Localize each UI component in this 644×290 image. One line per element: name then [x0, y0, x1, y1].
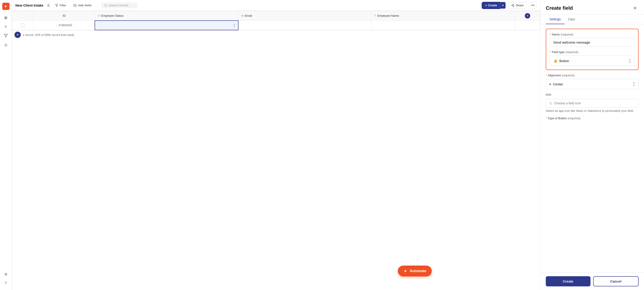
icon-group: Icon Select an app icon like Slack or Sa… [546, 93, 638, 113]
record-count: 1 record [22, 33, 34, 36]
field-type-group: * Field type (required) 👍 Button ▲▼ [550, 50, 634, 66]
email-col-icon: ✉ [241, 14, 244, 18]
button-type-group: * Type of Button (required) [546, 116, 638, 120]
td-name[interactable] [372, 20, 515, 30]
th-checkbox [12, 11, 34, 20]
orange-outline-section: * Name (required) * Field type (required… [546, 29, 638, 70]
icon-label: Icon [546, 93, 638, 96]
panel-header: Create field ✕ [540, 0, 644, 15]
panel-body: * Name (required) * Field type (required… [540, 24, 644, 272]
td-status[interactable]: ▲▼ [95, 20, 238, 30]
name-input[interactable] [550, 38, 634, 47]
svg-marker-0 [4, 34, 8, 37]
field-type-label: * Field type (required) [550, 50, 634, 54]
sidebar-icon-list[interactable]: ≡ [2, 22, 10, 31]
svg-marker-7 [55, 4, 58, 6]
automate-icon [403, 269, 408, 273]
alignment-arrows: ▲▼ [633, 81, 635, 87]
record-limit: (0% of 500k record limit used) [35, 33, 74, 36]
panel-cancel-button[interactable]: Cancel [593, 276, 639, 286]
table-row: …PJB6DM3 ▲▼ [12, 20, 540, 30]
right-panel: Create field ✕ Settings Zaps * Name (req… [540, 0, 644, 290]
svg-line-17 [552, 104, 552, 104]
row-checkbox[interactable] [21, 24, 24, 27]
app-title: New Client Intake [15, 4, 43, 7]
alignment-select[interactable]: ≡ Center ▲▼ [546, 79, 638, 89]
field-type-select[interactable]: 👍 Button ▲▼ [550, 56, 634, 66]
icon-helper-text: Select an app icon like Slack or Salesfo… [546, 109, 638, 113]
button-type-label: * Type of Button (required) [546, 116, 638, 120]
svg-point-9 [104, 4, 106, 6]
svg-line-14 [512, 6, 513, 6]
th-add-column[interactable]: + [515, 11, 540, 20]
tab-settings[interactable]: Settings [546, 15, 564, 24]
sidebar-icon-help[interactable]: ? [2, 279, 10, 287]
svg-point-11 [513, 4, 514, 5]
create-main-button[interactable]: + Create [482, 2, 500, 9]
record-footer: + 1 record (0% of 500k record limit used… [12, 30, 540, 39]
more-options-button[interactable]: ••• [529, 2, 536, 8]
hide-fields-button[interactable]: Hide fields [71, 2, 94, 8]
icon-search-input[interactable] [554, 102, 635, 105]
sidebar-icon-eye[interactable]: ◎ [2, 41, 10, 49]
th-employee-status[interactable]: ⊙ Employee Status [95, 11, 238, 20]
th-email[interactable]: ✉ Email [238, 11, 372, 20]
search-box[interactable]: Search records [102, 2, 138, 8]
status-arrows: ▲▼ [233, 23, 235, 28]
td-id: …PJB6DM3 [34, 20, 95, 30]
field-type-icon: 👍 [553, 59, 558, 63]
tab-zaps[interactable]: Zaps [564, 15, 579, 24]
panel-create-button[interactable]: Create [546, 276, 590, 286]
add-record-button[interactable]: + [14, 32, 21, 38]
search-icon [104, 4, 107, 7]
td-checkbox [12, 20, 34, 30]
svg-line-10 [106, 6, 107, 6]
name-field-group: * Name (required) [550, 33, 634, 47]
panel-title: Create field [546, 5, 573, 11]
table-container: ID ⊙ Employee Status ✉ Email [12, 11, 540, 290]
alignment-icon: ≡ [549, 82, 551, 86]
topbar-separator [98, 3, 98, 8]
svg-point-16 [550, 102, 552, 104]
sidebar-icon-settings[interactable]: ⚙ [2, 270, 10, 278]
alignment-group: * Alignment (required) ≡ Center ▲▼ [546, 74, 638, 89]
th-employee-name[interactable]: T Employee Name [372, 11, 515, 20]
panel-close-button[interactable]: ✕ [631, 4, 638, 12]
td-email[interactable] [238, 20, 372, 30]
create-dropdown-button[interactable]: ▾ [500, 2, 506, 8]
data-table: ID ⊙ Employee Status ✉ Email [12, 11, 540, 30]
share-icon [511, 4, 514, 7]
svg-line-15 [512, 4, 513, 5]
th-id: ID [34, 11, 95, 20]
main-content: New Client Intake Filter Hide fields Sea… [12, 0, 540, 290]
app-logo[interactable] [2, 3, 10, 10]
svg-point-13 [513, 6, 514, 7]
topbar: New Client Intake Filter Hide fields Sea… [12, 0, 540, 11]
icon-search-icon [549, 102, 552, 105]
create-button-group: + Create ▾ [482, 2, 506, 9]
table-header-row: ID ⊙ Employee Status ✉ Email [12, 11, 540, 20]
sort-icon [46, 4, 50, 8]
alignment-label: * Alignment (required) [546, 74, 638, 77]
status-col-icon: ⊙ [98, 14, 100, 17]
panel-footer: Create Cancel [540, 272, 644, 290]
sidebar-icon-grid[interactable]: ⊞ [2, 14, 10, 22]
automate-button[interactable]: Automate [398, 266, 432, 276]
select-arrows: ▲▼ [629, 58, 631, 64]
svg-point-12 [512, 5, 512, 6]
td-add [515, 20, 540, 30]
name-field-label: * Name (required) [550, 33, 634, 36]
header-checkbox[interactable] [21, 14, 24, 18]
panel-tabs: Settings Zaps [540, 15, 644, 24]
icon-search-box[interactable] [546, 99, 638, 108]
share-button[interactable]: Share [508, 2, 526, 8]
sidebar: ⊞ ≡ ◎ ⚙ ? [0, 0, 12, 290]
name-col-icon: T [374, 14, 376, 18]
sidebar-icon-filter[interactable] [2, 32, 10, 40]
filter-button[interactable]: Filter [53, 2, 68, 8]
